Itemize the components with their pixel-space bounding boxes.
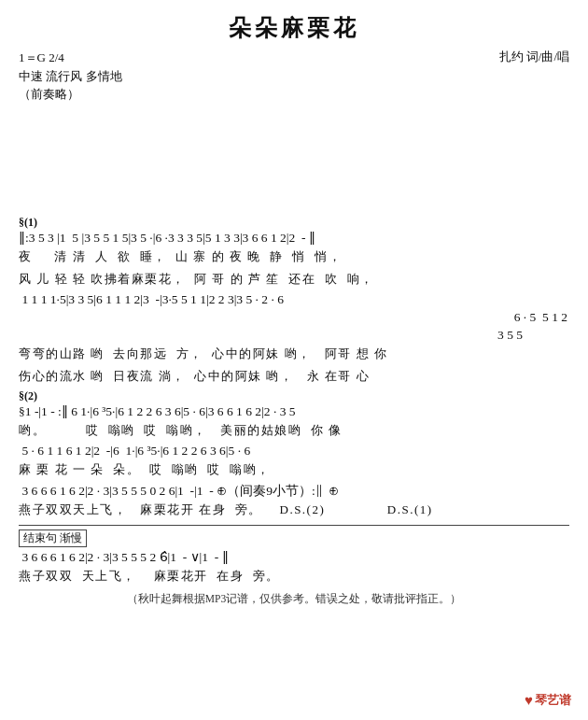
score-divider	[19, 525, 569, 526]
tempo: 中速 流行风 多情地	[19, 67, 122, 86]
l1b: 风 儿 轻 轻 吹拂着麻栗花， 阿 哥 的 芦 笙 还在 吹 响，	[19, 270, 569, 289]
composer: 扎约 词/曲/唱	[499, 49, 569, 65]
heart-icon: ♥	[525, 693, 533, 709]
l3: 哟。 哎 嗡哟 哎 嗡哟， 美丽的姑娘哟 你 像	[19, 421, 569, 441]
meta-right: 扎约 词/曲/唱	[499, 49, 569, 65]
closing-section: 结束句 渐慢 3 6 6 6 1 6 2|2 · 3|3 5 5 5 2 6̂|…	[19, 529, 569, 586]
score-real: §(1) ‖:3 5 3 |1 5 |3 5 5 1 5|3 5 ·|6 ·3 …	[0, 216, 588, 606]
l4: 麻 栗 花 一 朵 朵。 哎 嗡哟 哎 嗡哟，	[19, 460, 569, 480]
m2b: 6 · 5 5 1 2	[19, 309, 569, 327]
song-title: 朵朵麻栗花	[19, 13, 569, 43]
m2c: 3 5 5	[19, 327, 569, 345]
l5: 燕子双双天上飞， 麻栗花开 在身 旁。 D.S.(2) D.S.(1)	[19, 501, 569, 520]
prelude: （前奏略）	[19, 85, 122, 104]
m3: §1 -|1 - :‖ 6 1·|6 ³5·|6 1 2 2 6 3 6|5 ·…	[19, 403, 569, 421]
m5: 3 6 6 6 1 6 2|2 · 3|3 5 5 5 0 2 6|1 -|1 …	[19, 483, 569, 501]
m1: ‖:3 5 3 |1 5 |3 5 5 1 5|3 5 ·|6 ·3 3 3 5…	[19, 230, 569, 247]
m2: 1 1 1 1·5|3 3 5|6 1 1 1 2|3 -|3·5 5 1 1|…	[19, 291, 569, 309]
watermark: ♥ 琴艺谱	[525, 692, 571, 709]
section-label-2: §(2)	[19, 389, 569, 403]
m4: 5 · 6 1 1 6 1 2|2 -|6 1·|6 ³5·|6 1 2 2 6…	[19, 443, 569, 460]
watermark-text: 琴艺谱	[535, 692, 571, 709]
footer-note2: （秋叶起舞根据MP3记谱，仅供参考。错误之处，敬请批评指正。）	[19, 592, 569, 606]
meta-row: 1＝G 2/4 中速 流行风 多情地 （前奏略） 扎约 词/曲/唱	[19, 49, 569, 104]
l2b: 伤心的流水 哟 日夜流 淌， 心中的阿妹 哟， 永 在哥 心	[19, 367, 569, 387]
l2a: 弯弯的山路 哟 去向那远 方， 心中的阿妹 哟， 阿哥 想 你	[19, 345, 569, 364]
meta-left: 1＝G 2/4 中速 流行风 多情地 （前奏略）	[19, 49, 122, 104]
mc: 3 6 6 6 1 6 2|2 · 3|3 5 5 5 2 6̂|1 - ∨|1…	[19, 549, 569, 567]
section-label-1: §(1)	[19, 216, 569, 230]
closing-label: 结束句 渐慢	[19, 529, 87, 547]
l1a: 夜 清 清 人 欲 睡， 山 寨 的 夜 晚 静 悄 悄，	[19, 247, 569, 267]
key-signature: 1＝G 2/4	[19, 49, 122, 67]
lca: 燕子双双 天上飞， 麻栗花开 在身 旁。	[19, 567, 569, 586]
